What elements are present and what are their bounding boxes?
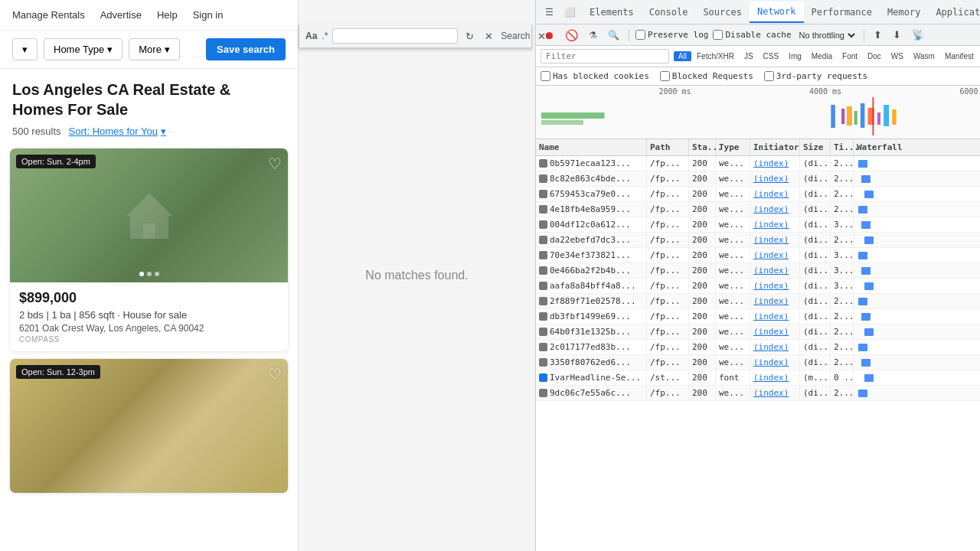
preserve-log-checkbox[interactable]: Preserve log [635,30,708,40]
row-waterfall [854,355,980,370]
filter-js-button[interactable]: JS [740,51,758,61]
more-dropdown[interactable]: More ▾ [129,38,180,60]
row-path: /fp... [647,248,689,262]
table-row[interactable]: 64b0f31e1325b... /fp... 200 we... (index… [536,324,980,340]
table-row[interactable]: db3fbf1499e69... /fp... 200 we... (index… [536,309,980,324]
timeline-graph[interactable] [536,97,980,135]
row-name: 6759453ca79e0... [536,187,647,201]
network-icon[interactable]: 📡 [909,28,927,42]
disable-cache-input[interactable] [713,30,723,40]
disable-cache-checkbox[interactable]: Disable cache [713,30,791,40]
table-row[interactable]: 6759453ca79e0... /fp... 200 we... (index… [536,187,980,202]
preserve-log-input[interactable] [635,30,645,40]
listing-card[interactable]: Open: Sun. 2-4pm ♡ $899,000 2 bds | 1 ba… [9,148,289,352]
nav-sign-in[interactable]: Sign in [193,9,224,21]
row-time: 3... [831,248,854,262]
row-status: 200 [689,202,716,217]
row-type: we... [716,279,750,293]
listing-title: Los Angeles CA Real Estate &Homes For Sa… [12,80,286,119]
reload-icon[interactable]: ↻ [462,29,477,44]
th-type[interactable]: Type [716,139,750,155]
has-blocked-cookies-input[interactable] [541,71,550,81]
filter-manifest-button[interactable]: Manifest [940,51,978,61]
tab-memory[interactable]: Memory [880,2,928,22]
svg-rect-2 [541,112,605,119]
table-row[interactable]: aafa8a84bff4a8... /fp... 200 we... (inde… [536,279,980,294]
filter-img-button[interactable]: Img [784,51,806,61]
th-initiator[interactable]: Initiator [750,139,800,155]
export-icon[interactable]: ⬇ [890,28,904,42]
favorite-icon[interactable]: ♡ [268,365,282,383]
blocked-requests-checkbox[interactable]: Blocked Requests [660,71,753,81]
th-path[interactable]: Path [647,139,689,155]
search-panel-input[interactable] [332,28,458,44]
device-icon[interactable]: ⬜ [561,5,579,19]
filter-doc-button[interactable]: Doc [863,51,886,61]
sort-button[interactable]: Sort: Homes for You ▾ [69,126,166,137]
nav-manage-rentals[interactable]: Manage Rentals [12,9,85,21]
search-results-panel: No matches found. [299,0,536,551]
filter-type-buttons: All Fetch/XHR JS CSS Img Media Font Doc … [674,51,980,61]
filter-fetchxhr-button[interactable]: Fetch/XHR [692,51,739,61]
tab-performance[interactable]: Performance [804,2,880,22]
table-row[interactable]: 70e34ef373821... /fp... 200 we... (index… [536,248,980,263]
blocked-requests-input[interactable] [660,71,670,81]
tab-console[interactable]: Console [642,2,696,22]
row-time: 0 ... [831,370,854,385]
table-row[interactable]: 0b5971ecaa123... /fp... 200 we... (index… [536,156,980,171]
import-icon[interactable]: ⬆ [871,28,885,42]
row-time: 2... [831,340,854,354]
table-row[interactable]: 2c017177ed83b... /fp... 200 we... (index… [536,340,980,355]
tab-application[interactable]: Application [928,2,980,22]
th-time[interactable]: Ti... [831,139,854,155]
table-row[interactable]: da22ebefd7dc3... /fp... 200 we... (index… [536,233,980,248]
listing-source: COMPASS [19,335,279,344]
pointer-icon[interactable]: ☰ [542,5,557,19]
table-row[interactable]: 3350f80762ed6... /fp... 200 we... (index… [536,355,980,370]
row-status: 200 [689,233,716,247]
location-dropdown[interactable]: ▾ [12,38,38,60]
chevron-down-icon: ▾ [165,44,170,55]
search-icon[interactable]: 🔍 [605,28,622,42]
throttle-select[interactable]: No throttling [796,30,858,41]
listing-card[interactable]: Open: Sun. 12-3pm ♡ [9,358,289,494]
table-row[interactable]: 0e466ba2f2b4b... /fp... 200 we... (index… [536,263,980,279]
save-search-button[interactable]: Save search [206,38,286,60]
table-row[interactable]: 2f889f71e02578... /fp... 200 we... (inde… [536,294,980,309]
tab-elements[interactable]: Elements [582,2,642,22]
nav-help[interactable]: Help [157,9,178,21]
th-waterfall[interactable]: Waterfall [854,139,980,155]
filter-media-button[interactable]: Media [807,51,837,61]
tab-network[interactable]: Network [750,2,804,23]
table-row[interactable]: 004df12c0a612... /fp... 200 we... (index… [536,217,980,233]
filter-ws-button[interactable]: WS [887,51,908,61]
th-size[interactable]: Size [800,139,831,155]
third-party-input[interactable] [764,71,774,81]
filter-css-button[interactable]: CSS [759,51,784,61]
listing-badge: Open: Sun. 12-3pm [16,365,100,379]
clear-icon[interactable]: 🚫 [562,28,581,43]
timeline-label-3: 6000 ms [959,87,980,96]
blocked-requests-label: Blocked Requests [672,71,753,81]
table-row[interactable]: IvarHeadline-Se... /st... 200 font (inde… [536,370,980,386]
filter-all-button[interactable]: All [674,51,691,61]
tab-sources[interactable]: Sources [695,2,750,22]
filter-icon[interactable]: ⚗ [586,28,600,42]
table-row[interactable]: 8c82e863c4bde... /fp... 200 we... (index… [536,171,980,187]
row-name: 70e34ef373821... [536,248,647,262]
filter-input[interactable] [541,49,669,64]
filter-wasm-button[interactable]: Wasm [909,51,939,61]
th-status[interactable]: Sta... [689,139,716,155]
nav-advertise[interactable]: Advertise [100,9,142,21]
home-type-dropdown[interactable]: Home Type ▾ [44,38,122,60]
third-party-checkbox[interactable]: 3rd-party requests [764,71,867,81]
close-search-icon[interactable]: ✕ [534,29,549,44]
has-blocked-cookies-checkbox[interactable]: Has blocked cookies [541,71,649,81]
table-row[interactable]: 9dc06c7e55a6c... /fp... 200 we... (index… [536,386,980,401]
devtools-top-icons-left: ☰ ⬜ [539,5,582,19]
cancel-search-icon[interactable]: ✕ [482,29,496,44]
favorite-icon[interactable]: ♡ [268,155,282,173]
table-row[interactable]: 4e18fb4e8a959... /fp... 200 we... (index… [536,202,980,217]
th-name[interactable]: Name [536,139,647,155]
filter-font-button[interactable]: Font [838,51,862,61]
